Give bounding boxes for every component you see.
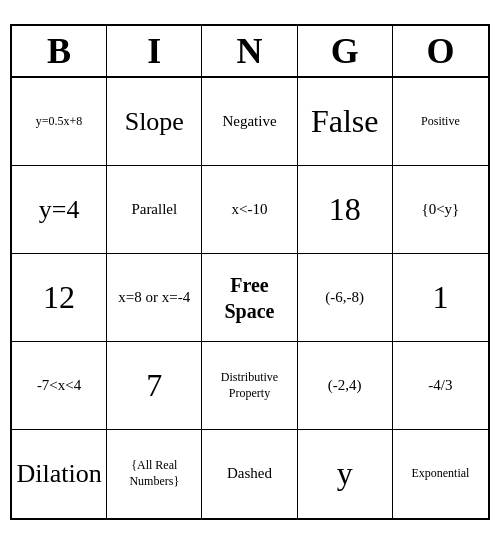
header-letter: N: [202, 26, 297, 76]
bingo-cell: {All Real Numbers}: [107, 430, 202, 518]
header-letter: G: [298, 26, 393, 76]
bingo-cell: 18: [298, 166, 393, 254]
header-letter: B: [12, 26, 107, 76]
bingo-cell: (-6,-8): [298, 254, 393, 342]
header-row: BINGO: [12, 26, 488, 78]
bingo-cell: Dilation: [12, 430, 107, 518]
bingo-cell: 12: [12, 254, 107, 342]
bingo-cell: (-2,4): [298, 342, 393, 430]
bingo-cell: -4/3: [393, 342, 488, 430]
bingo-cell: x<-10: [202, 166, 297, 254]
bingo-cell: Positive: [393, 78, 488, 166]
bingo-cell: x=8 or x=-4: [107, 254, 202, 342]
bingo-cell: Slope: [107, 78, 202, 166]
bingo-cell: Free Space: [202, 254, 297, 342]
bingo-cell: -7<x<4: [12, 342, 107, 430]
bingo-cell: y=4: [12, 166, 107, 254]
bingo-cell: {0<y}: [393, 166, 488, 254]
bingo-cell: y=0.5x+8: [12, 78, 107, 166]
bingo-cell: Parallel: [107, 166, 202, 254]
header-letter: I: [107, 26, 202, 76]
bingo-cell: Dashed: [202, 430, 297, 518]
bingo-cell: 1: [393, 254, 488, 342]
bingo-cell: y: [298, 430, 393, 518]
header-letter: O: [393, 26, 488, 76]
bingo-cell: Distributive Property: [202, 342, 297, 430]
bingo-card: BINGO y=0.5x+8SlopeNegativeFalsePositive…: [10, 24, 490, 520]
bingo-cell: Exponential: [393, 430, 488, 518]
bingo-cell: False: [298, 78, 393, 166]
bingo-grid: y=0.5x+8SlopeNegativeFalsePositivey=4Par…: [12, 78, 488, 518]
bingo-cell: Negative: [202, 78, 297, 166]
bingo-cell: 7: [107, 342, 202, 430]
